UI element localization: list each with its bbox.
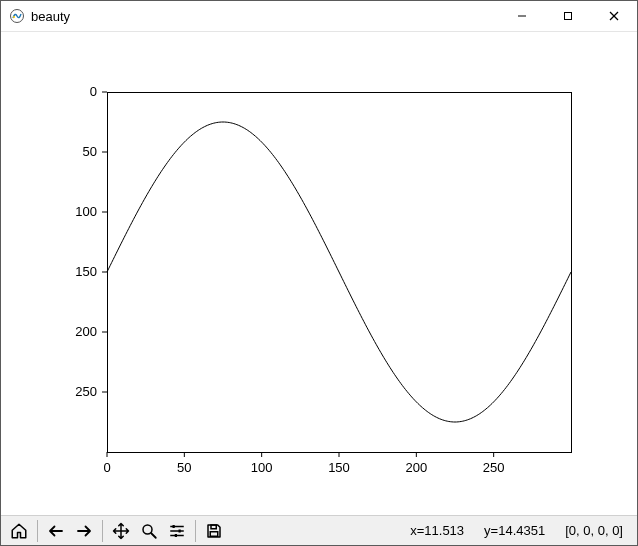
close-button[interactable] — [591, 1, 637, 31]
back-button[interactable] — [42, 518, 70, 544]
svg-text:100: 100 — [251, 460, 273, 475]
svg-rect-40 — [211, 525, 216, 529]
app-icon — [9, 8, 25, 24]
svg-line-32 — [151, 533, 156, 538]
svg-text:250: 250 — [483, 460, 505, 475]
save-button[interactable] — [200, 518, 228, 544]
minimize-button[interactable] — [499, 1, 545, 31]
status-y: y=14.4351 — [474, 523, 555, 538]
toolbar-separator — [195, 520, 196, 542]
arrow-right-icon — [75, 522, 93, 540]
app-window: beauty 050100150200250050100150200250 — [0, 0, 638, 546]
svg-rect-37 — [179, 529, 181, 532]
window-title: beauty — [31, 9, 70, 24]
titlebar: beauty — [1, 1, 637, 32]
forward-button[interactable] — [70, 518, 98, 544]
svg-text:150: 150 — [328, 460, 350, 475]
svg-text:0: 0 — [103, 460, 110, 475]
svg-text:100: 100 — [75, 204, 97, 219]
navigation-toolbar: x=11.513 y=14.4351 [0, 0, 0, 0] — [1, 515, 637, 545]
status-x-value: 11.513 — [424, 523, 464, 538]
move-icon — [112, 522, 130, 540]
plot-canvas[interactable]: 050100150200250050100150200250 — [1, 32, 637, 515]
toolbar-separator — [37, 520, 38, 542]
svg-text:150: 150 — [75, 264, 97, 279]
status-y-value: 14.4351 — [498, 523, 545, 538]
svg-rect-39 — [210, 531, 218, 536]
svg-rect-36 — [173, 525, 175, 528]
svg-text:0: 0 — [90, 84, 97, 99]
svg-rect-3 — [565, 13, 572, 20]
svg-text:250: 250 — [75, 384, 97, 399]
status-x-label: x= — [410, 523, 424, 538]
zoom-button[interactable] — [135, 518, 163, 544]
svg-text:50: 50 — [177, 460, 191, 475]
status-extra: [0, 0, 0, 0] — [555, 523, 633, 538]
svg-text:200: 200 — [75, 324, 97, 339]
svg-text:200: 200 — [405, 460, 427, 475]
maximize-button[interactable] — [545, 1, 591, 31]
svg-point-1 — [13, 16, 15, 18]
svg-text:50: 50 — [83, 144, 97, 159]
toolbar-separator — [102, 520, 103, 542]
configure-subplots-button[interactable] — [163, 518, 191, 544]
status-x: x=11.513 — [400, 523, 474, 538]
svg-rect-38 — [175, 534, 177, 537]
home-button[interactable] — [5, 518, 33, 544]
sliders-icon — [168, 522, 186, 540]
arrow-left-icon — [47, 522, 65, 540]
save-icon — [205, 522, 223, 540]
zoom-icon — [140, 522, 158, 540]
status-y-label: y= — [484, 523, 498, 538]
pan-button[interactable] — [107, 518, 135, 544]
home-icon — [10, 522, 28, 540]
